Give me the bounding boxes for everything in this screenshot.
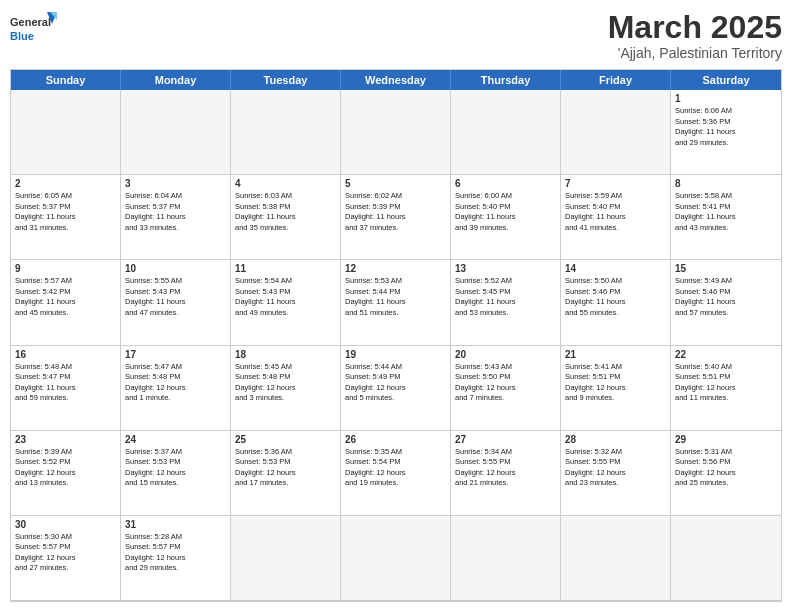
day-number: 3 (125, 178, 226, 189)
sun-info: Sunrise: 5:45 AM Sunset: 5:48 PM Dayligh… (235, 362, 295, 403)
day-cell-11: 11Sunrise: 5:54 AM Sunset: 5:43 PM Dayli… (231, 260, 341, 345)
day-number: 22 (675, 349, 777, 360)
sun-info: Sunrise: 5:28 AM Sunset: 5:57 PM Dayligh… (125, 532, 185, 573)
sun-info: Sunrise: 5:34 AM Sunset: 5:55 PM Dayligh… (455, 447, 515, 488)
day-cell-7: 7Sunrise: 5:59 AM Sunset: 5:40 PM Daylig… (561, 175, 671, 260)
day-cell-18: 18Sunrise: 5:45 AM Sunset: 5:48 PM Dayli… (231, 346, 341, 431)
day-cell-22: 22Sunrise: 5:40 AM Sunset: 5:51 PM Dayli… (671, 346, 781, 431)
sun-info: Sunrise: 6:06 AM Sunset: 5:36 PM Dayligh… (675, 106, 735, 147)
day-number: 19 (345, 349, 446, 360)
logo-svg: General Blue (10, 10, 60, 52)
sun-info: Sunrise: 5:48 AM Sunset: 5:47 PM Dayligh… (15, 362, 75, 403)
sun-info: Sunrise: 5:57 AM Sunset: 5:42 PM Dayligh… (15, 276, 75, 317)
day-number: 10 (125, 263, 226, 274)
empty-cell (231, 516, 341, 601)
calendar: SundayMondayTuesdayWednesdayThursdayFrid… (10, 69, 782, 602)
sun-info: Sunrise: 5:50 AM Sunset: 5:46 PM Dayligh… (565, 276, 625, 317)
empty-cell (341, 516, 451, 601)
day-header-tuesday: Tuesday (231, 70, 341, 90)
day-cell-30: 30Sunrise: 5:30 AM Sunset: 5:57 PM Dayli… (11, 516, 121, 601)
sun-info: Sunrise: 6:04 AM Sunset: 5:37 PM Dayligh… (125, 191, 185, 232)
day-cell-26: 26Sunrise: 5:35 AM Sunset: 5:54 PM Dayli… (341, 431, 451, 516)
day-number: 12 (345, 263, 446, 274)
day-number: 27 (455, 434, 556, 445)
day-cell-17: 17Sunrise: 5:47 AM Sunset: 5:48 PM Dayli… (121, 346, 231, 431)
day-number: 31 (125, 519, 226, 530)
day-header-sunday: Sunday (11, 70, 121, 90)
day-cell-24: 24Sunrise: 5:37 AM Sunset: 5:53 PM Dayli… (121, 431, 231, 516)
day-number: 26 (345, 434, 446, 445)
empty-cell (341, 90, 451, 175)
calendar-grid: 1Sunrise: 6:06 AM Sunset: 5:36 PM Daylig… (11, 90, 781, 601)
day-number: 13 (455, 263, 556, 274)
sun-info: Sunrise: 5:41 AM Sunset: 5:51 PM Dayligh… (565, 362, 625, 403)
sun-info: Sunrise: 5:32 AM Sunset: 5:55 PM Dayligh… (565, 447, 625, 488)
svg-text:General: General (10, 16, 51, 28)
sun-info: Sunrise: 6:02 AM Sunset: 5:39 PM Dayligh… (345, 191, 405, 232)
day-cell-29: 29Sunrise: 5:31 AM Sunset: 5:56 PM Dayli… (671, 431, 781, 516)
day-number: 24 (125, 434, 226, 445)
sun-info: Sunrise: 5:30 AM Sunset: 5:57 PM Dayligh… (15, 532, 75, 573)
day-header-thursday: Thursday (451, 70, 561, 90)
day-number: 7 (565, 178, 666, 189)
location: 'Ajjah, Palestinian Territory (608, 45, 782, 61)
day-cell-15: 15Sunrise: 5:49 AM Sunset: 5:46 PM Dayli… (671, 260, 781, 345)
day-headers: SundayMondayTuesdayWednesdayThursdayFrid… (11, 70, 781, 90)
day-cell-3: 3Sunrise: 6:04 AM Sunset: 5:37 PM Daylig… (121, 175, 231, 260)
sun-info: Sunrise: 5:37 AM Sunset: 5:53 PM Dayligh… (125, 447, 185, 488)
sun-info: Sunrise: 6:00 AM Sunset: 5:40 PM Dayligh… (455, 191, 515, 232)
day-number: 28 (565, 434, 666, 445)
day-cell-19: 19Sunrise: 5:44 AM Sunset: 5:49 PM Dayli… (341, 346, 451, 431)
month-year: March 2025 (608, 10, 782, 45)
empty-cell (451, 516, 561, 601)
day-number: 15 (675, 263, 777, 274)
day-number: 29 (675, 434, 777, 445)
day-number: 18 (235, 349, 336, 360)
sun-info: Sunrise: 5:43 AM Sunset: 5:50 PM Dayligh… (455, 362, 515, 403)
sun-info: Sunrise: 6:05 AM Sunset: 5:37 PM Dayligh… (15, 191, 75, 232)
day-number: 25 (235, 434, 336, 445)
sun-info: Sunrise: 5:44 AM Sunset: 5:49 PM Dayligh… (345, 362, 405, 403)
empty-cell (231, 90, 341, 175)
day-cell-2: 2Sunrise: 6:05 AM Sunset: 5:37 PM Daylig… (11, 175, 121, 260)
sun-info: Sunrise: 6:03 AM Sunset: 5:38 PM Dayligh… (235, 191, 295, 232)
sun-info: Sunrise: 5:47 AM Sunset: 5:48 PM Dayligh… (125, 362, 185, 403)
header: General Blue March 2025 'Ajjah, Palestin… (10, 10, 782, 61)
day-number: 11 (235, 263, 336, 274)
day-number: 30 (15, 519, 116, 530)
sun-info: Sunrise: 5:59 AM Sunset: 5:40 PM Dayligh… (565, 191, 625, 232)
page: General Blue March 2025 'Ajjah, Palestin… (0, 0, 792, 612)
day-number: 1 (675, 93, 777, 104)
day-cell-25: 25Sunrise: 5:36 AM Sunset: 5:53 PM Dayli… (231, 431, 341, 516)
sun-info: Sunrise: 5:55 AM Sunset: 5:43 PM Dayligh… (125, 276, 185, 317)
day-cell-10: 10Sunrise: 5:55 AM Sunset: 5:43 PM Dayli… (121, 260, 231, 345)
sun-info: Sunrise: 5:58 AM Sunset: 5:41 PM Dayligh… (675, 191, 735, 232)
day-cell-23: 23Sunrise: 5:39 AM Sunset: 5:52 PM Dayli… (11, 431, 121, 516)
day-cell-28: 28Sunrise: 5:32 AM Sunset: 5:55 PM Dayli… (561, 431, 671, 516)
day-cell-14: 14Sunrise: 5:50 AM Sunset: 5:46 PM Dayli… (561, 260, 671, 345)
day-number: 14 (565, 263, 666, 274)
day-cell-5: 5Sunrise: 6:02 AM Sunset: 5:39 PM Daylig… (341, 175, 451, 260)
empty-cell (561, 516, 671, 601)
day-cell-6: 6Sunrise: 6:00 AM Sunset: 5:40 PM Daylig… (451, 175, 561, 260)
day-number: 21 (565, 349, 666, 360)
sun-info: Sunrise: 5:31 AM Sunset: 5:56 PM Dayligh… (675, 447, 735, 488)
sun-info: Sunrise: 5:53 AM Sunset: 5:44 PM Dayligh… (345, 276, 405, 317)
logo: General Blue (10, 10, 60, 52)
day-header-monday: Monday (121, 70, 231, 90)
day-number: 2 (15, 178, 116, 189)
day-number: 16 (15, 349, 116, 360)
sun-info: Sunrise: 5:39 AM Sunset: 5:52 PM Dayligh… (15, 447, 75, 488)
day-cell-20: 20Sunrise: 5:43 AM Sunset: 5:50 PM Dayli… (451, 346, 561, 431)
svg-text:Blue: Blue (10, 30, 34, 42)
empty-cell (671, 516, 781, 601)
day-cell-4: 4Sunrise: 6:03 AM Sunset: 5:38 PM Daylig… (231, 175, 341, 260)
day-cell-9: 9Sunrise: 5:57 AM Sunset: 5:42 PM Daylig… (11, 260, 121, 345)
empty-cell (451, 90, 561, 175)
day-cell-12: 12Sunrise: 5:53 AM Sunset: 5:44 PM Dayli… (341, 260, 451, 345)
day-cell-21: 21Sunrise: 5:41 AM Sunset: 5:51 PM Dayli… (561, 346, 671, 431)
day-number: 23 (15, 434, 116, 445)
day-cell-8: 8Sunrise: 5:58 AM Sunset: 5:41 PM Daylig… (671, 175, 781, 260)
day-number: 5 (345, 178, 446, 189)
day-cell-16: 16Sunrise: 5:48 AM Sunset: 5:47 PM Dayli… (11, 346, 121, 431)
